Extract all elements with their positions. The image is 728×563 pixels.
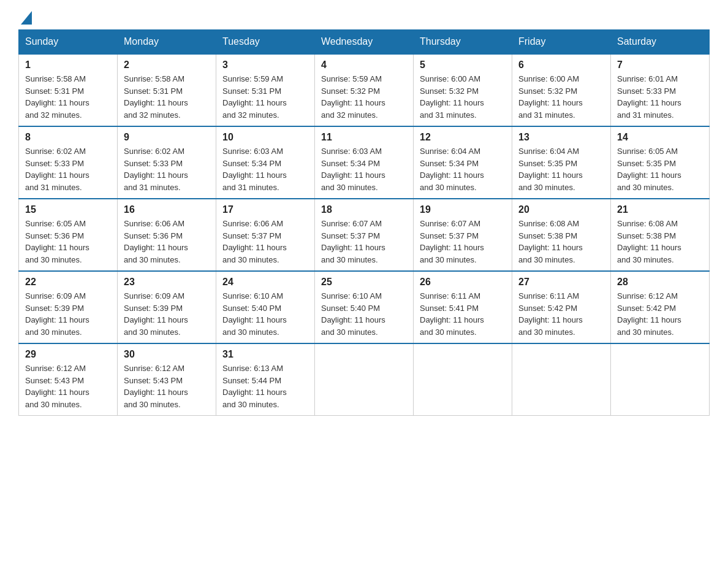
day-number: 10: [222, 132, 308, 143]
day-info: Sunrise: 6:10 AM Sunset: 5:40 PM Dayligh…: [222, 290, 308, 338]
day-info: Sunrise: 6:02 AM Sunset: 5:33 PM Dayligh…: [25, 145, 111, 193]
calendar-day-cell: 26 Sunrise: 6:11 AM Sunset: 5:41 PM Dayl…: [414, 271, 512, 343]
calendar-day-cell: 28 Sunrise: 6:12 AM Sunset: 5:42 PM Dayl…: [611, 271, 710, 343]
day-info: Sunrise: 6:12 AM Sunset: 5:43 PM Dayligh…: [25, 362, 111, 410]
day-info: Sunrise: 6:07 AM Sunset: 5:37 PM Dayligh…: [321, 218, 407, 266]
day-number: 5: [420, 59, 506, 71]
calendar-day-cell: 4 Sunrise: 5:59 AM Sunset: 5:32 PM Dayli…: [315, 54, 414, 126]
day-number: 16: [124, 204, 210, 215]
day-info: Sunrise: 6:06 AM Sunset: 5:37 PM Dayligh…: [222, 218, 308, 266]
day-info: Sunrise: 6:08 AM Sunset: 5:38 PM Dayligh…: [518, 218, 604, 266]
calendar-day-cell: [414, 343, 512, 416]
day-number: 14: [617, 132, 703, 143]
calendar-day-cell: 14 Sunrise: 6:05 AM Sunset: 5:35 PM Dayl…: [611, 126, 710, 199]
calendar-day-cell: 17 Sunrise: 6:06 AM Sunset: 5:37 PM Dayl…: [216, 199, 315, 271]
day-number: 17: [222, 204, 308, 215]
calendar-day-cell: 30 Sunrise: 6:12 AM Sunset: 5:43 PM Dayl…: [118, 343, 216, 416]
day-number: 7: [617, 59, 703, 71]
logo-top: [18, 12, 32, 26]
day-number: 26: [420, 277, 506, 288]
day-info: Sunrise: 6:04 AM Sunset: 5:35 PM Dayligh…: [518, 145, 604, 193]
day-info: Sunrise: 6:05 AM Sunset: 5:36 PM Dayligh…: [25, 218, 111, 266]
calendar-day-cell: 9 Sunrise: 6:02 AM Sunset: 5:33 PM Dayli…: [118, 126, 216, 199]
calendar-week-row: 22 Sunrise: 6:09 AM Sunset: 5:39 PM Dayl…: [19, 271, 710, 343]
day-number: 2: [124, 59, 210, 71]
day-number: 12: [420, 132, 506, 143]
day-number: 29: [25, 349, 111, 360]
day-of-week-header: Wednesday: [315, 30, 414, 55]
day-info: Sunrise: 6:00 AM Sunset: 5:32 PM Dayligh…: [518, 73, 604, 121]
day-number: 15: [25, 204, 111, 215]
calendar-day-cell: 22 Sunrise: 6:09 AM Sunset: 5:39 PM Dayl…: [19, 271, 118, 343]
day-number: 21: [617, 204, 703, 215]
day-info: Sunrise: 6:10 AM Sunset: 5:40 PM Dayligh…: [321, 290, 407, 338]
logo: [18, 12, 32, 23]
calendar-week-row: 29 Sunrise: 6:12 AM Sunset: 5:43 PM Dayl…: [19, 343, 710, 416]
calendar-day-cell: 20 Sunrise: 6:08 AM Sunset: 5:38 PM Dayl…: [512, 199, 611, 271]
calendar-day-cell: 7 Sunrise: 6:01 AM Sunset: 5:33 PM Dayli…: [611, 54, 710, 126]
day-of-week-header: Friday: [512, 30, 611, 55]
day-number: 1: [25, 59, 111, 71]
calendar-day-cell: [611, 343, 710, 416]
calendar-day-cell: 12 Sunrise: 6:04 AM Sunset: 5:34 PM Dayl…: [414, 126, 512, 199]
day-info: Sunrise: 6:11 AM Sunset: 5:42 PM Dayligh…: [518, 290, 604, 338]
day-info: Sunrise: 6:03 AM Sunset: 5:34 PM Dayligh…: [321, 145, 407, 193]
day-info: Sunrise: 6:07 AM Sunset: 5:37 PM Dayligh…: [420, 218, 506, 266]
day-number: 22: [25, 277, 111, 288]
calendar-day-cell: 29 Sunrise: 6:12 AM Sunset: 5:43 PM Dayl…: [19, 343, 118, 416]
calendar-day-cell: 15 Sunrise: 6:05 AM Sunset: 5:36 PM Dayl…: [19, 199, 118, 271]
day-of-week-header: Tuesday: [216, 30, 315, 55]
calendar-day-cell: [512, 343, 611, 416]
day-info: Sunrise: 5:59 AM Sunset: 5:32 PM Dayligh…: [321, 73, 407, 121]
day-number: 19: [420, 204, 506, 215]
day-info: Sunrise: 6:11 AM Sunset: 5:41 PM Dayligh…: [420, 290, 506, 338]
page-header: [18, 12, 710, 23]
day-number: 20: [518, 204, 604, 215]
calendar-day-cell: 13 Sunrise: 6:04 AM Sunset: 5:35 PM Dayl…: [512, 126, 611, 199]
day-of-week-header: Monday: [118, 30, 216, 55]
day-number: 25: [321, 277, 407, 288]
day-number: 13: [518, 132, 604, 143]
calendar-day-cell: 16 Sunrise: 6:06 AM Sunset: 5:36 PM Dayl…: [118, 199, 216, 271]
calendar-day-cell: 27 Sunrise: 6:11 AM Sunset: 5:42 PM Dayl…: [512, 271, 611, 343]
calendar-day-cell: 8 Sunrise: 6:02 AM Sunset: 5:33 PM Dayli…: [19, 126, 118, 199]
day-info: Sunrise: 6:08 AM Sunset: 5:38 PM Dayligh…: [617, 218, 703, 266]
day-info: Sunrise: 5:59 AM Sunset: 5:31 PM Dayligh…: [222, 73, 308, 121]
calendar-day-cell: 5 Sunrise: 6:00 AM Sunset: 5:32 PM Dayli…: [414, 54, 512, 126]
day-info: Sunrise: 5:58 AM Sunset: 5:31 PM Dayligh…: [25, 73, 111, 121]
calendar-table: SundayMondayTuesdayWednesdayThursdayFrid…: [18, 29, 710, 416]
day-number: 6: [518, 59, 604, 71]
calendar-day-cell: 24 Sunrise: 6:10 AM Sunset: 5:40 PM Dayl…: [216, 271, 315, 343]
calendar-day-cell: 6 Sunrise: 6:00 AM Sunset: 5:32 PM Dayli…: [512, 54, 611, 126]
day-number: 4: [321, 59, 407, 71]
day-info: Sunrise: 6:09 AM Sunset: 5:39 PM Dayligh…: [25, 290, 111, 338]
day-info: Sunrise: 6:13 AM Sunset: 5:44 PM Dayligh…: [222, 362, 308, 410]
day-info: Sunrise: 6:12 AM Sunset: 5:42 PM Dayligh…: [617, 290, 703, 338]
calendar-day-cell: 23 Sunrise: 6:09 AM Sunset: 5:39 PM Dayl…: [118, 271, 216, 343]
calendar-day-cell: 19 Sunrise: 6:07 AM Sunset: 5:37 PM Dayl…: [414, 199, 512, 271]
day-info: Sunrise: 6:04 AM Sunset: 5:34 PM Dayligh…: [420, 145, 506, 193]
day-number: 3: [222, 59, 308, 71]
logo-triangle-icon: [21, 11, 32, 25]
day-info: Sunrise: 6:02 AM Sunset: 5:33 PM Dayligh…: [124, 145, 210, 193]
calendar-week-row: 1 Sunrise: 5:58 AM Sunset: 5:31 PM Dayli…: [19, 54, 710, 126]
calendar-day-cell: [315, 343, 414, 416]
day-number: 11: [321, 132, 407, 143]
day-number: 8: [25, 132, 111, 143]
calendar-day-cell: 10 Sunrise: 6:03 AM Sunset: 5:34 PM Dayl…: [216, 126, 315, 199]
calendar-day-cell: 25 Sunrise: 6:10 AM Sunset: 5:40 PM Dayl…: [315, 271, 414, 343]
calendar-week-row: 15 Sunrise: 6:05 AM Sunset: 5:36 PM Dayl…: [19, 199, 710, 271]
day-number: 9: [124, 132, 210, 143]
day-number: 27: [518, 277, 604, 288]
calendar-week-row: 8 Sunrise: 6:02 AM Sunset: 5:33 PM Dayli…: [19, 126, 710, 199]
day-of-week-header: Saturday: [611, 30, 710, 55]
day-number: 24: [222, 277, 308, 288]
day-info: Sunrise: 6:06 AM Sunset: 5:36 PM Dayligh…: [124, 218, 210, 266]
calendar-day-cell: 18 Sunrise: 6:07 AM Sunset: 5:37 PM Dayl…: [315, 199, 414, 271]
calendar-day-cell: 2 Sunrise: 5:58 AM Sunset: 5:31 PM Dayli…: [118, 54, 216, 126]
day-number: 30: [124, 349, 210, 360]
calendar-day-cell: 11 Sunrise: 6:03 AM Sunset: 5:34 PM Dayl…: [315, 126, 414, 199]
calendar-day-cell: 1 Sunrise: 5:58 AM Sunset: 5:31 PM Dayli…: [19, 54, 118, 126]
day-number: 31: [222, 349, 308, 360]
calendar-header-row: SundayMondayTuesdayWednesdayThursdayFrid…: [19, 30, 710, 55]
